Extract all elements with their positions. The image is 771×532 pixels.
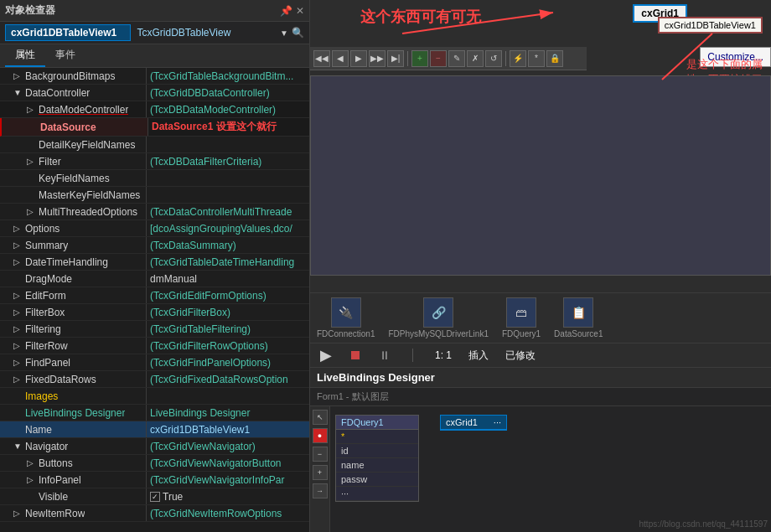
search-icon[interactable]: 🔍 <box>292 27 304 39</box>
prop-name-datetime: ▷ DateTimeHandling <box>0 254 147 270</box>
expand-options[interactable]: ▷ <box>13 224 25 233</box>
expand-datetime[interactable]: ▷ <box>13 257 25 266</box>
prop-name-datasource[interactable]: DataSource <box>2 118 148 136</box>
expand-datacontroller[interactable]: ▼ <box>13 88 25 97</box>
property-tabs: 属性 事件 <box>0 44 309 68</box>
expand-filterrow[interactable]: ▷ <box>13 341 25 350</box>
prop-row-findpanel: ▷ FindPanel (TcxGridFindPanelOptions) <box>0 354 309 371</box>
toolbar-endofset-btn[interactable]: ▶| <box>387 50 404 67</box>
expand-multithreaded[interactable]: ▷ <box>27 207 39 216</box>
prop-row-datacontroller: ▼ DataController (TcxGridDBDataControlle… <box>0 85 309 101</box>
tool-minus[interactable]: − <box>313 447 328 462</box>
prop-val-datacontroller: (TcxGridDBDataController) <box>147 85 309 101</box>
cursor-position: 1: 1 <box>435 349 452 361</box>
pin-icon[interactable]: 📌 <box>280 5 292 17</box>
watermark: https://blog.csdn.net/qq_44111597 <box>639 519 768 529</box>
expand-filterbox[interactable]: ▷ <box>13 307 25 317</box>
tool-plus[interactable]: + <box>313 465 328 480</box>
expand-navigator[interactable]: ▼ <box>13 442 25 451</box>
expand-nav-buttons[interactable]: ▷ <box>27 458 39 467</box>
prop-name-editform: ▷ EditForm <box>0 287 147 303</box>
tool-arrow[interactable]: ↖ <box>313 410 328 425</box>
prop-name-filterrow: ▷ FilterRow <box>0 338 147 354</box>
stop-btn[interactable]: ⏹ <box>349 348 362 363</box>
prop-row-summary: ▷ Summary (TcxDataSummary) <box>0 237 309 254</box>
component-fdquery[interactable]: 🗃 FDQuery1 <box>502 297 541 338</box>
cxgrid-canvas-title: cxGrid1 ··· <box>441 416 506 430</box>
cxgrid-canvas-component[interactable]: cxGrid1 ··· <box>440 415 507 431</box>
expand-fixeddatarows[interactable]: ▷ <box>13 374 25 384</box>
prop-name-detailkeyfieldnames: DetailKeyFieldNames <box>0 137 147 152</box>
toolbar-delete-btn[interactable]: − <box>430 50 447 67</box>
prop-val-newitemrow: (TcxGridNewItemRowOptions <box>147 505 309 521</box>
fdquery-row-name: name <box>336 458 418 473</box>
nav-visible-checkbox[interactable]: ✓ <box>150 492 160 502</box>
prop-name-nav-infopanel: ▷ InfoPanel <box>0 472 147 488</box>
prop-name-findpanel: ▷ FindPanel <box>0 354 147 370</box>
toolbar-strip: ◀◀ ◀ ▶ ▶▶ ▶| + − ✎ ✗ ↺ ⚡ * 🔒 <box>310 47 587 70</box>
right-panel: cxGrid1 cxGrid1DBTableView1 Customize...… <box>310 0 771 532</box>
toolbar-bookmark-btn[interactable]: * <box>528 50 545 67</box>
toolbar-sep2 <box>505 51 506 66</box>
tab-events[interactable]: 事件 <box>45 44 85 67</box>
prop-row-datetime: ▷ DateTimeHandling (TcxGridTableDateTime… <box>0 254 309 271</box>
toolbar-lock-btn[interactable]: 🔒 <box>546 50 563 67</box>
run-btn[interactable]: ▶ <box>320 346 332 364</box>
fdquery-canvas-title: FDQuery1 <box>336 416 418 430</box>
expand-summary[interactable]: ▷ <box>13 240 25 250</box>
toolbar-filter-btn[interactable]: ⚡ <box>510 50 526 67</box>
prop-name-multithreaded: ▷ MultiThreadedOptions <box>0 204 147 220</box>
close-icon[interactable]: ✕ <box>296 5 304 17</box>
pause-btn[interactable]: ⏸ <box>379 349 391 362</box>
prop-val-backgroundbitmaps: (TcxGridTableBackgroundBitm... <box>147 68 309 84</box>
toolbar-cancel-btn[interactable]: ✗ <box>467 50 484 67</box>
prop-val-key <box>147 170 309 186</box>
component-fdmysql[interactable]: 🔗 FDPhysMySQLDriverLink1 <box>388 297 488 338</box>
prop-name-navigator: ▼ Navigator <box>0 438 147 454</box>
prop-val-name[interactable]: cxGrid1DBTableView1 <box>147 421 309 437</box>
toolbar-next-btn[interactable]: ▶ <box>350 50 367 67</box>
expand-filtering[interactable]: ▷ <box>13 324 25 333</box>
prop-val-livebind[interactable]: LiveBindings Designer <box>147 405 309 421</box>
toolbar-last-btn[interactable]: ▶▶ <box>369 50 386 67</box>
expand-backgroundbitmaps[interactable]: ▷ <box>13 71 25 80</box>
prop-val-dragmode: dmManual <box>147 271 309 287</box>
object-dropdown-arrow[interactable]: ▼ <box>280 28 288 38</box>
design-area: cxGrid1 cxGrid1DBTableView1 Customize...… <box>310 0 771 343</box>
properties-list: ▷ BackgroundBitmaps (TcxGridTableBackgro… <box>0 68 309 532</box>
fdconnection-icon: 🔌 <box>331 297 361 328</box>
livebind-canvas: ↖ ● − + → FDQuery1 * id name passw ··· <box>310 406 771 532</box>
expand-editform[interactable]: ▷ <box>13 291 25 300</box>
prop-row-navigator: ▼ Navigator (TcxGridViewNavigator) <box>0 438 309 455</box>
tab-properties[interactable]: 属性 <box>5 44 45 67</box>
expand-newitemrow[interactable]: ▷ <box>13 509 25 518</box>
prop-row-nav-buttons: ▷ Buttons (TcxGridViewNavigatorButton <box>0 455 309 472</box>
expand-filter[interactable]: ▷ <box>27 157 39 166</box>
expand-datamodecontroller[interactable]: ▷ <box>27 105 39 114</box>
toolbar-refresh-btn[interactable]: ↺ <box>485 50 502 67</box>
toolbar-prev-btn[interactable]: ◀ <box>332 50 349 67</box>
tool-red-circle[interactable]: ● <box>313 428 328 443</box>
fdquery-row-passw: passw <box>336 473 418 487</box>
prop-name-filtering: ▷ Filtering <box>0 321 147 337</box>
prop-val-masterkey <box>147 187 309 203</box>
fdmysql-label: FDPhysMySQLDriverLink1 <box>388 329 488 338</box>
object-name-selector[interactable]: cxGrid1DBTableView1 <box>5 24 131 41</box>
component-fdconnection[interactable]: 🔌 FDConnection1 <box>317 297 375 338</box>
grid-view-area <box>310 75 771 276</box>
prop-val-nav-buttons: (TcxGridViewNavigatorButton <box>147 455 309 471</box>
prop-val-nav-visible[interactable]: ✓ True <box>147 488 309 504</box>
fdquery-canvas-component[interactable]: FDQuery1 * id name passw ··· <box>335 415 419 502</box>
toolbar-first-btn[interactable]: ◀◀ <box>313 50 330 67</box>
prop-row-dragmode: DragMode dmManual <box>0 271 309 287</box>
toolbar-edit-btn[interactable]: ✎ <box>448 50 465 67</box>
prop-name-newitemrow: ▷ NewItemRow <box>0 505 147 521</box>
tool-arrow2[interactable]: → <box>313 483 328 498</box>
prop-row-name: Name cxGrid1DBTableView1 <box>0 421 309 438</box>
prop-row-filterrow: ▷ FilterRow (TcxGridFilterRowOptions) <box>0 338 309 354</box>
toolbar-add-btn[interactable]: + <box>411 50 428 67</box>
component-datasource[interactable]: 📋 DataSource1 <box>554 297 603 338</box>
expand-findpanel[interactable]: ▷ <box>13 358 25 367</box>
prop-val-datasource[interactable]: DataSource1 设置这个就行 <box>148 118 309 136</box>
expand-nav-infopanel[interactable]: ▷ <box>27 475 39 484</box>
